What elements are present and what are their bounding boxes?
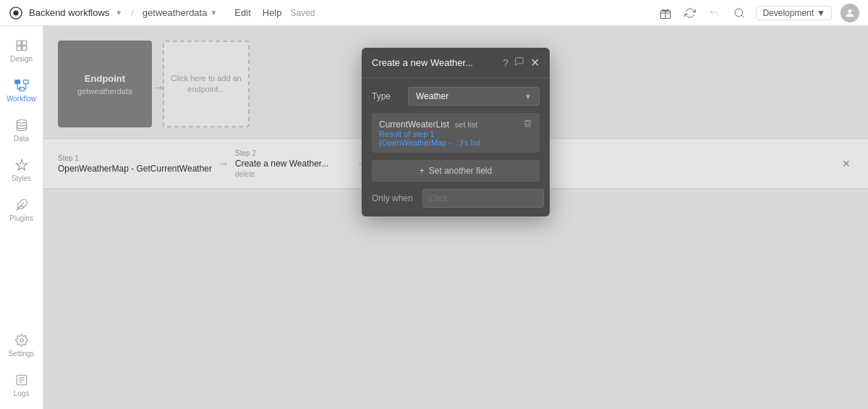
main-canvas: Endpoint getweatherdata → Click here to … xyxy=(43,26,868,409)
field-delete-icon[interactable] xyxy=(523,119,532,130)
workflow-icon xyxy=(14,77,30,93)
add-field-plus-icon: + xyxy=(420,166,425,176)
field-value-line2[interactable]: (OpenWeatherMap - ...)'s list xyxy=(379,138,519,147)
field-value-line1[interactable]: Result of step 1 xyxy=(379,130,519,138)
modal-header: Create a new Weather... ? ✕ xyxy=(362,48,550,78)
saved-status: Saved xyxy=(291,8,315,18)
help-link[interactable]: Help xyxy=(263,7,282,18)
app-name: Backend workflows xyxy=(29,7,109,18)
svg-point-1 xyxy=(13,10,18,15)
sidebar-design-label: Design xyxy=(10,55,33,63)
sidebar-settings-label: Settings xyxy=(8,350,34,358)
field-key: CurrentWeaterList xyxy=(379,119,449,130)
modal-header-icons: ? ✕ xyxy=(503,56,540,69)
svg-point-4 xyxy=(848,9,851,12)
type-value: Weather xyxy=(416,91,448,101)
user-avatar[interactable] xyxy=(841,4,859,22)
sidebar-logs-label: Logs xyxy=(14,389,30,397)
refresh-icon[interactable] xyxy=(682,5,698,21)
search-icon[interactable] xyxy=(731,5,747,21)
field-key-line: CurrentWeaterList set list xyxy=(379,119,519,130)
env-label: Development xyxy=(762,8,814,18)
only-when-input[interactable] xyxy=(422,189,544,208)
sidebar-workflow-label: Workflow xyxy=(7,95,36,103)
edit-link[interactable]: Edit xyxy=(234,7,250,18)
topbar-sep: / xyxy=(131,7,134,18)
env-dropdown-arrow: ▼ xyxy=(817,8,825,18)
sidebar-item-plugins[interactable]: Plugins xyxy=(3,191,41,228)
modal-overlay: Create a new Weather... ? ✕ xyxy=(43,26,868,409)
sidebar-styles-label: Styles xyxy=(12,174,31,182)
layout-icon xyxy=(14,38,30,54)
add-field-button[interactable]: + Set another field xyxy=(372,160,540,182)
undo-icon[interactable] xyxy=(707,5,723,21)
create-weather-modal: Create a new Weather... ? ✕ xyxy=(362,48,550,216)
workflow-name: getweatherdata xyxy=(142,7,208,18)
only-when-row: Only when xyxy=(372,189,540,208)
field-info: CurrentWeaterList set list Result of ste… xyxy=(379,119,519,147)
workflow-dropdown-arrow: ▼ xyxy=(210,9,217,17)
topbar-nav: Edit Help xyxy=(234,7,281,18)
sidebar-item-data[interactable]: Data xyxy=(3,111,41,148)
svg-point-12 xyxy=(17,120,27,124)
svg-rect-6 xyxy=(23,80,28,84)
app-dropdown-arrow: ▼ xyxy=(115,9,122,17)
type-select-arrow: ▼ xyxy=(524,93,532,101)
type-row: Type Weather ▼ xyxy=(372,87,540,106)
svg-rect-5 xyxy=(14,80,20,84)
gift-icon[interactable] xyxy=(658,5,673,21)
modal-close-button[interactable]: ✕ xyxy=(530,57,540,69)
svg-point-13 xyxy=(20,339,23,342)
bubble-logo[interactable] xyxy=(9,6,23,20)
only-when-label: Only when xyxy=(372,193,415,203)
sidebar-item-design[interactable]: Design xyxy=(3,32,41,69)
main-layout: Design Workflow xyxy=(0,26,868,409)
svg-point-3 xyxy=(735,9,743,17)
modal-title: Create a new Weather... xyxy=(372,57,503,68)
env-selector[interactable]: Development ▼ xyxy=(756,6,832,20)
sidebar-item-styles[interactable]: Styles xyxy=(3,151,41,188)
topbar-right: Development ▼ xyxy=(658,4,859,22)
app-dropdown[interactable]: ▼ xyxy=(115,9,122,17)
comment-icon[interactable] xyxy=(514,56,524,69)
canvas-area: Endpoint getweatherdata → Click here to … xyxy=(43,26,868,409)
help-icon[interactable]: ? xyxy=(503,57,509,69)
plugins-icon xyxy=(14,197,30,213)
type-label: Type xyxy=(372,91,401,101)
data-icon xyxy=(14,117,30,133)
settings-icon xyxy=(14,332,30,348)
sidebar-item-logs[interactable]: Logs xyxy=(3,366,41,403)
sidebar: Design Workflow xyxy=(0,26,43,409)
sidebar-item-settings[interactable]: Settings xyxy=(3,326,41,363)
add-field-label: Set another field xyxy=(429,166,492,176)
sidebar-data-label: Data xyxy=(14,135,29,143)
type-select[interactable]: Weather ▼ xyxy=(408,87,540,106)
sidebar-plugins-label: Plugins xyxy=(9,214,33,222)
field-op: set list xyxy=(455,120,477,129)
logs-icon xyxy=(14,372,30,388)
styles-icon xyxy=(14,157,30,173)
field-row: CurrentWeaterList set list Result of ste… xyxy=(372,113,540,153)
workflow-dropdown[interactable]: getweatherdata ▼ xyxy=(142,7,218,18)
topbar: Backend workflows ▼ / getweatherdata ▼ E… xyxy=(0,0,868,26)
modal-body: Type Weather ▼ CurrentWeaterList xyxy=(362,78,550,216)
sidebar-item-workflow[interactable]: Workflow xyxy=(3,72,41,109)
